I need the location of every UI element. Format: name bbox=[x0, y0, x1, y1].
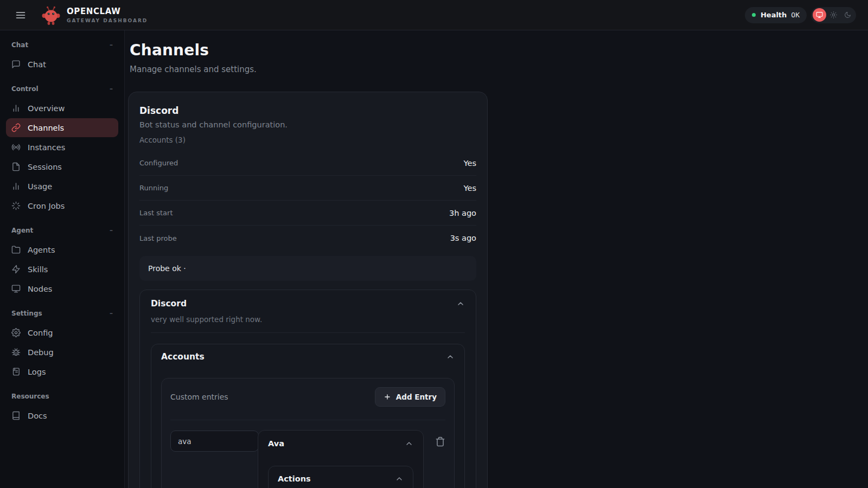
discord-panel-body: Accounts Custom entries Add bbox=[140, 333, 476, 488]
entry-name-input[interactable] bbox=[170, 431, 259, 452]
actions-panel-title-row[interactable]: Actions bbox=[278, 474, 404, 483]
custom-entries-label: Custom entries bbox=[170, 393, 228, 401]
bar-chart-icon bbox=[11, 182, 21, 191]
status-row: Running Yes bbox=[139, 176, 476, 201]
add-entry-button[interactable]: Add Entry bbox=[375, 387, 445, 407]
status-row-value: 3s ago bbox=[450, 234, 476, 242]
menu-icon[interactable] bbox=[13, 8, 28, 23]
book-icon bbox=[11, 411, 21, 420]
sidebar-item-agents[interactable]: Agents bbox=[6, 240, 118, 259]
status-row-label: Last probe bbox=[139, 234, 177, 242]
section-collapse-icon[interactable]: – bbox=[110, 42, 113, 48]
theme-dark-button[interactable] bbox=[841, 8, 854, 22]
sidebar-section-label: Control bbox=[11, 85, 39, 93]
status-rows: Configured Yes Running Yes Last start 3h… bbox=[139, 151, 476, 251]
sidebar-section-settings: Settings – Config Debug Logs bbox=[6, 305, 118, 381]
sidebar-section-label: Resources bbox=[11, 393, 49, 400]
accounts-panel-title-row[interactable]: Accounts bbox=[161, 352, 455, 362]
sidebar-item-label: Skills bbox=[28, 265, 48, 274]
gear-icon bbox=[11, 328, 21, 337]
sidebar-section-resources: Resources Docs bbox=[6, 388, 118, 425]
discord-panel-title-row[interactable]: Discord bbox=[151, 299, 465, 309]
theme-system-button[interactable] bbox=[813, 8, 826, 22]
page-subtitle: Manage channels and settings. bbox=[130, 65, 868, 74]
sidebar-item-label: Sessions bbox=[28, 163, 62, 171]
sidebar-item-usage[interactable]: Usage bbox=[6, 177, 118, 196]
entries-list: Ava Actions bbox=[170, 420, 445, 488]
sidebar-item-label: Docs bbox=[28, 412, 47, 420]
entry-panel: Ava Actions bbox=[258, 430, 424, 488]
health-status: OK bbox=[791, 11, 800, 19]
status-row-label: Running bbox=[139, 184, 168, 192]
brand-subtitle: GATEWAY DASHBOARD bbox=[67, 18, 148, 23]
discord-panel-subtitle: very well supported right now. bbox=[151, 315, 465, 324]
chevron-up-icon[interactable] bbox=[456, 299, 465, 308]
accounts-panel-title: Accounts bbox=[161, 352, 205, 362]
loader-icon bbox=[11, 201, 21, 210]
chevron-up-icon[interactable] bbox=[446, 352, 455, 361]
sidebar-section-label: Chat bbox=[11, 41, 28, 49]
section-collapse-icon[interactable]: – bbox=[110, 86, 113, 92]
topbar-left: OPENCLAW GATEWAY DASHBOARD bbox=[13, 4, 148, 27]
link-icon bbox=[11, 123, 21, 132]
status-row-value: Yes bbox=[464, 159, 476, 168]
sidebar-section-control: Control – Overview Channels Instances Se… bbox=[6, 81, 118, 215]
chevron-up-icon[interactable] bbox=[405, 439, 413, 448]
custom-entries-header: Custom entries Add Entry bbox=[170, 378, 445, 420]
openclaw-logo-icon bbox=[40, 4, 62, 27]
sidebar-item-sessions[interactable]: Sessions bbox=[6, 157, 118, 176]
custom-entry-row: Ava Actions bbox=[170, 420, 445, 488]
sidebar: Chat – Chat Control – Overview Channels bbox=[0, 30, 125, 488]
status-row: Last start 3h ago bbox=[139, 201, 476, 226]
section-collapse-icon[interactable]: – bbox=[110, 227, 113, 234]
file-icon bbox=[11, 162, 21, 171]
health-dot-icon bbox=[752, 13, 756, 17]
status-row: Configured Yes bbox=[139, 151, 476, 176]
discord-panel-title: Discord bbox=[151, 299, 187, 309]
folder-icon bbox=[11, 245, 21, 254]
sidebar-item-overview[interactable]: Overview bbox=[6, 99, 118, 118]
accounts-panel: Accounts Custom entries Add bbox=[151, 344, 465, 488]
sidebar-item-label: Logs bbox=[28, 368, 46, 376]
sidebar-item-label: Nodes bbox=[28, 285, 52, 293]
sidebar-section-label: Agent bbox=[11, 227, 33, 234]
monitor-icon bbox=[816, 11, 823, 18]
sun-icon bbox=[830, 11, 837, 18]
add-entry-button-label: Add Entry bbox=[396, 393, 437, 401]
monitor-icon bbox=[11, 284, 21, 293]
status-row-value: Yes bbox=[464, 184, 476, 192]
actions-panel-title: Actions bbox=[278, 474, 311, 483]
status-row-label: Configured bbox=[139, 159, 178, 167]
bug-icon bbox=[11, 348, 21, 357]
card-title: Discord bbox=[139, 105, 476, 116]
zap-icon bbox=[11, 265, 21, 274]
sidebar-item-skills[interactable]: Skills bbox=[6, 260, 118, 279]
delete-entry-button[interactable] bbox=[435, 436, 445, 447]
sidebar-item-label: Chat bbox=[28, 60, 46, 69]
discord-panel: Discord very well supported right now. A… bbox=[139, 290, 476, 488]
chevron-up-icon[interactable] bbox=[395, 474, 404, 483]
sidebar-item-debug[interactable]: Debug bbox=[6, 343, 118, 362]
sidebar-item-nodes[interactable]: Nodes bbox=[6, 279, 118, 298]
trash-icon bbox=[435, 436, 445, 447]
sidebar-item-logs[interactable]: Logs bbox=[6, 362, 118, 381]
sidebar-item-instances[interactable]: Instances bbox=[6, 138, 118, 157]
discord-panel-header: Discord very well supported right now. bbox=[140, 290, 476, 333]
broadcast-icon bbox=[11, 143, 21, 152]
actions-panel: Actions bbox=[268, 466, 413, 488]
sidebar-item-docs[interactable]: Docs bbox=[6, 406, 118, 425]
page-title: Channels bbox=[130, 41, 868, 59]
sidebar-item-label: Usage bbox=[28, 182, 52, 191]
sidebar-item-cron-jobs[interactable]: Cron Jobs bbox=[6, 196, 118, 215]
sidebar-item-label: Instances bbox=[28, 143, 65, 152]
sidebar-item-chat[interactable]: Chat bbox=[6, 55, 118, 74]
shell: Chat – Chat Control – Overview Channels bbox=[0, 30, 868, 488]
sidebar-item-channels[interactable]: Channels bbox=[6, 118, 118, 137]
sidebar-item-config[interactable]: Config bbox=[6, 323, 118, 342]
probe-note: Probe ok · bbox=[139, 256, 476, 281]
entry-panel-title: Ava bbox=[268, 439, 284, 448]
theme-light-button[interactable] bbox=[827, 8, 840, 22]
section-collapse-icon[interactable]: – bbox=[110, 310, 113, 317]
status-row-label: Last start bbox=[139, 209, 173, 217]
entry-panel-title-row[interactable]: Ava bbox=[268, 439, 413, 448]
